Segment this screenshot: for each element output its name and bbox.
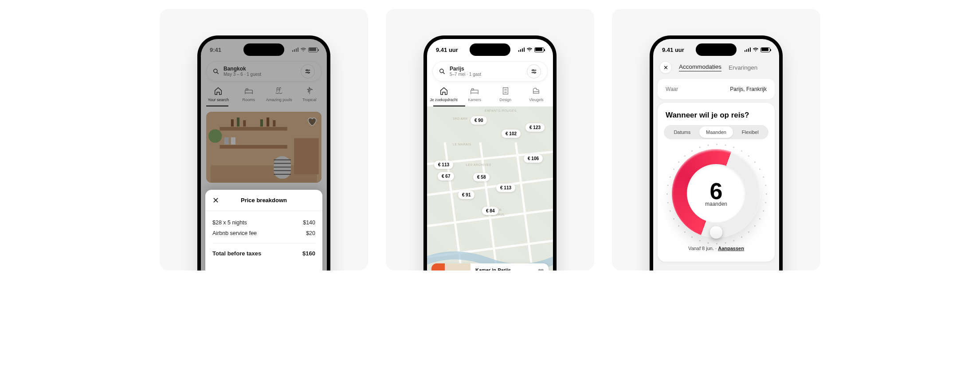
- room-thumb-illustration: [431, 263, 470, 270]
- category-tab-wings[interactable]: Vleugels: [521, 86, 552, 106]
- category-tab-search[interactable]: Je zoekopdracht: [429, 86, 459, 106]
- close-button[interactable]: ✕: [659, 61, 672, 74]
- category-tab-rooms[interactable]: Kamers: [460, 86, 490, 106]
- dial-tick: [670, 176, 671, 178]
- dial-tick: [673, 169, 674, 170]
- signal-icon: [745, 47, 751, 52]
- dial-tick: [741, 150, 742, 152]
- dial-tick: [673, 218, 674, 220]
- dial-tick: [754, 161, 756, 163]
- price-breakdown-sheet: ✕ Price breakdown $28 x 5 nights$140 Air…: [205, 190, 322, 270]
- sheet-title: Price breakdown: [241, 197, 287, 204]
- signal-icon: [518, 47, 525, 52]
- status-time: 9.41 uur: [662, 47, 684, 53]
- price-row-label: $28 x 5 nights: [212, 220, 247, 226]
- dial-tick: [691, 150, 693, 152]
- tab-accommodations[interactable]: Accommodaties: [679, 63, 721, 71]
- when-title: Wanneer wil je op reis?: [664, 111, 768, 120]
- tab-label: Je zoekopdracht: [430, 98, 458, 102]
- building-icon: [501, 86, 510, 96]
- dial-tick: [684, 231, 686, 233]
- month-dial[interactable]: 6 maanden: [672, 149, 760, 238]
- screenshot-card-2: 9.41 uur Parijs 5–7 mei · 1 gast: [386, 9, 594, 270]
- adjust-link[interactable]: Aanpassen: [718, 246, 744, 251]
- dial-tick: [678, 225, 679, 227]
- svg-rect-34: [472, 89, 474, 90]
- price-pin[interactable]: € 84: [482, 207, 498, 215]
- price-pin[interactable]: € 106: [524, 154, 543, 163]
- listing-thumbnail: [431, 263, 470, 270]
- dial-knob[interactable]: [710, 226, 722, 239]
- price-pin[interactable]: € 58: [473, 173, 490, 181]
- price-pin[interactable]: € 123: [525, 123, 545, 132]
- svg-rect-31: [471, 90, 478, 93]
- dial-tick: [765, 202, 766, 203]
- price-pin[interactable]: € 113: [496, 184, 515, 192]
- search-details: 5–7 mei · 1 gast: [450, 72, 522, 77]
- favorite-button[interactable]: [537, 267, 545, 270]
- map-area-label: 3RD ARR: [453, 117, 468, 120]
- bed-icon: [470, 86, 479, 96]
- dial-tick: [733, 240, 734, 241]
- dial-tick: [667, 202, 669, 203]
- price-pin[interactable]: € 67: [438, 172, 454, 180]
- price-pin[interactable]: € 102: [502, 129, 521, 138]
- tab-label: Design: [500, 98, 511, 102]
- dial-tick: [708, 242, 709, 243]
- segment-dates[interactable]: Datums: [665, 126, 699, 138]
- battery-icon: [760, 47, 770, 52]
- search-icon: [439, 68, 445, 74]
- search-bar[interactable]: Parijs 5–7 mei · 1 gast: [432, 61, 548, 82]
- where-card[interactable]: Waar Parijs, Frankrijk: [658, 79, 775, 99]
- dial-tick: [691, 236, 693, 238]
- signal-icon: [292, 47, 299, 52]
- map-view[interactable]: ENFANTS-ROUGES3RD ARRLE MARAISLES ARCHIV…: [427, 106, 553, 270]
- where-label: Waar: [666, 86, 678, 92]
- dial-tick: [699, 240, 701, 241]
- dial-tick: [759, 169, 760, 170]
- category-tab-design[interactable]: Design: [490, 86, 521, 106]
- tab-experiences[interactable]: Ervaringen: [729, 64, 757, 71]
- listing-card[interactable]: Kamer in Parijs Verblijf bij Sophie Een …: [431, 263, 549, 270]
- screenshot-card-1: 9:41 Bangkok May 3 – 6 · 1 guest: [160, 9, 368, 270]
- map-area-label: ENFANTS-ROUGES: [485, 109, 517, 112]
- price-pin[interactable]: € 90: [470, 116, 487, 125]
- dial-tick: [748, 231, 749, 233]
- price-pin[interactable]: € 113: [434, 161, 453, 169]
- tab-label: Vleugels: [529, 98, 544, 102]
- dial-tick: [667, 185, 669, 186]
- segment-flexible[interactable]: Flexibel: [733, 126, 767, 138]
- dial-tick: [765, 185, 766, 186]
- card-title: Kamer in Parijs: [475, 267, 544, 270]
- piano-icon: [531, 86, 541, 96]
- phone-frame: 9.41 uur ✕ Accommodaties Ervaringen Waar…: [650, 35, 783, 270]
- dynamic-island: [243, 43, 284, 56]
- phone-frame: 9:41 Bangkok May 3 – 6 · 1 guest: [197, 35, 330, 270]
- dial-tick: [763, 176, 764, 178]
- dial-tick: [725, 242, 726, 243]
- dial-tick: [699, 147, 701, 148]
- screenshot-card-3: 9.41 uur ✕ Accommodaties Ervaringen Waar…: [612, 9, 820, 270]
- dial-tick: [759, 218, 760, 220]
- total-label: Total before taxes: [212, 250, 261, 257]
- price-row: $28 x 5 nights$140: [212, 217, 315, 228]
- wifi-icon: [526, 47, 533, 52]
- dial-tick: [684, 155, 686, 157]
- search-location: Parijs: [450, 66, 522, 72]
- price-row-value: $140: [303, 220, 315, 226]
- wifi-icon: [300, 47, 306, 52]
- price-row-label: Airbnb service fee: [212, 230, 257, 236]
- dial-tick: [733, 147, 734, 148]
- svg-rect-41: [431, 263, 445, 270]
- close-button[interactable]: ✕: [212, 196, 219, 205]
- dial-tick: [741, 236, 742, 238]
- price-pin[interactable]: € 91: [458, 191, 474, 199]
- filter-button[interactable]: [527, 64, 541, 78]
- status-time: 9:41: [210, 47, 221, 53]
- date-summary: Vanaf 8 jun. · Aanpassen: [664, 246, 768, 251]
- battery-icon: [308, 47, 318, 52]
- map-area-label: LE MARAIS: [453, 143, 471, 146]
- svg-line-26: [443, 72, 445, 74]
- dial-tick: [670, 210, 671, 212]
- segment-months[interactable]: Maanden: [699, 126, 733, 138]
